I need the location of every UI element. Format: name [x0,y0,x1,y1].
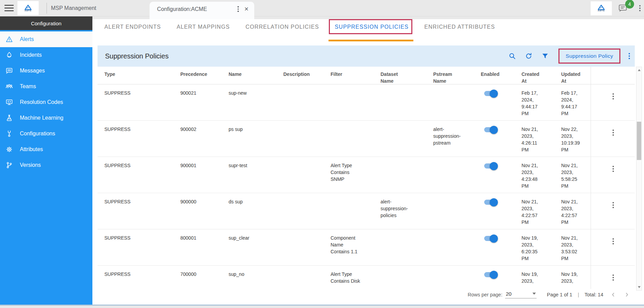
cell-updated-at: Nov 21, 2023, 5:58:25 PM [554,157,591,193]
sidebar-item-attributes[interactable]: Attributes [0,142,92,157]
filter-icon[interactable] [541,52,549,60]
cell-type: SUPPRESS [98,229,173,265]
window-tab-msp-management[interactable]: MSP Management [47,3,146,14]
sidebar-item-teams[interactable]: Teams [0,79,92,94]
tab-close-icon[interactable]: ✕ [244,6,249,12]
row-actions-icon[interactable] [613,202,614,208]
notifications-button[interactable]: 4 [618,3,628,13]
cell-actions [591,121,635,157]
cell-filter: Alert Type Contains SNMP [324,157,374,193]
search-icon[interactable] [508,52,516,60]
chat-icon [5,67,13,75]
brand-text: ADTS [25,10,31,12]
column-header-type: Type [98,67,173,84]
table-row: SUPPRESS900000ds supalert-suppression-po… [98,193,635,229]
cell-name: sup_clear [222,229,276,265]
enabled-toggle[interactable] [484,91,497,96]
cell-actions [591,157,635,193]
tab-alert-mappings[interactable]: ALERT MAPPINGS [177,23,230,31]
cell-enabled [474,121,515,157]
cell-filter: Alert Type Contains Disk [324,266,374,289]
cell-description [276,121,324,157]
panel-title: Suppression Policies [105,52,500,60]
enabled-toggle[interactable] [484,236,497,241]
column-header-pstream-name: Pstream Name [426,67,474,84]
cell-type: SUPPRESS [98,121,173,157]
cell-actions [591,266,635,289]
wrench-icon [5,130,13,137]
gear-icon [5,146,13,153]
cell-precedence: 700000 [173,266,222,289]
cell-pstream-name: alert-suppression-pstream [426,121,474,157]
cell-filter [324,84,374,120]
refresh-icon[interactable] [525,52,532,60]
hamburger-menu-icon[interactable] [4,5,14,11]
cell-enabled [474,266,515,289]
tab-options-icon[interactable] [237,6,239,12]
cell-name: sup-new [222,84,276,120]
sidebar-item-incidents[interactable]: Incidents [0,47,92,63]
sidebar-item-machine-learning[interactable]: Machine Learning [0,110,92,126]
sidebar-item-label: Alerts [20,36,34,42]
brand-logo: ADTS [17,1,39,15]
cell-actions [591,229,635,265]
tab-suppression-policies[interactable]: SUPPRESSION POLICIES [335,23,409,31]
topbar-menu-icon[interactable] [639,5,641,11]
enabled-toggle[interactable] [484,200,497,205]
tab-alert-endpoints[interactable]: ALERT ENDPOINTS [104,23,161,31]
cell-precedence: 900001 [173,157,222,193]
table-row: SUPPRESS700000sup_noAlert Type Contains … [98,266,635,289]
sidebar-item-versions[interactable]: Versions [0,157,92,173]
table-row: SUPPRESS800001sup_clearComponent Name Co… [98,229,635,266]
column-header-precedence: Precedence [173,67,222,84]
column-header-dataset-name: Dataset Name [374,67,426,84]
row-actions-icon[interactable] [613,238,614,244]
cell-created-at: Nov 21, 2023, 4:22:57 PM [515,193,554,229]
row-actions-icon[interactable] [613,166,614,172]
cell-pstream-name [426,84,474,120]
dropdown-caret-icon [532,293,536,295]
cell-enabled [474,157,515,193]
cell-type: SUPPRESS [98,84,173,120]
cell-filter: Component Name Contains 1.1 [324,229,374,265]
cell-created-at: Nov 21, 2023, 4:23:48 PM [515,157,554,193]
window-tab-configuration-acme[interactable]: Configuration:ACME ✕ [150,2,254,19]
row-actions-icon[interactable] [613,274,614,281]
rows-per-page-select[interactable]: 20 [505,291,537,298]
sidebar-item-messages[interactable]: Messages [0,63,92,79]
pagination-bar: Rows per page: 20 Page 1 of 1 | Total: 1… [98,289,635,300]
column-header-name: Name [222,67,276,84]
people-icon [5,83,13,90]
row-actions-icon[interactable] [613,130,614,136]
tab-correlation-policies[interactable]: CORRELATION POLICIES [246,23,319,31]
row-actions-icon[interactable] [613,93,614,99]
cell-updated-at: Nov 22, 2023, 10:19:39 PM [554,121,591,157]
cell-type: SUPPRESS [98,157,173,193]
sidebar-item-resolution-codes[interactable]: Resolution Codes [0,94,92,110]
scroll-down-icon[interactable] [636,284,642,290]
cell-precedence: 800001 [173,229,222,265]
vertical-scrollbar[interactable] [636,67,642,291]
enabled-toggle[interactable] [484,163,497,169]
cell-pstream-name [426,193,474,229]
add-suppression-policy-button[interactable]: Suppression Policy [558,49,620,64]
scrollbar-thumb[interactable] [637,122,641,160]
cell-updated-at: Nov 19, 2023, [554,266,591,289]
enabled-toggle[interactable] [484,127,497,132]
sidebar-item-label: Resolution Codes [20,99,63,105]
sidebar-item-configurations[interactable]: Configurations [0,126,92,142]
rows-per-page-value: 20 [506,291,512,297]
column-header-actions [591,67,635,84]
sidebar-item-alerts[interactable]: Alerts [0,31,92,47]
suppression-policies-panel: Suppression Policies Suppression Policy … [98,45,635,300]
total-count: Total: 14 [584,292,603,297]
flame-icon [5,51,13,59]
tab-enriched-attributes[interactable]: ENRICHED ATTRIBUTES [424,23,495,31]
panel-more-icon[interactable] [629,53,630,59]
next-page-icon[interactable] [623,291,631,298]
cell-pstream-name [426,229,474,265]
previous-page-icon[interactable] [609,291,617,298]
enabled-toggle[interactable] [484,272,497,277]
scroll-up-icon[interactable] [636,67,642,73]
table-header-row: TypePrecedenceNameDescriptionFilterDatas… [98,67,635,84]
